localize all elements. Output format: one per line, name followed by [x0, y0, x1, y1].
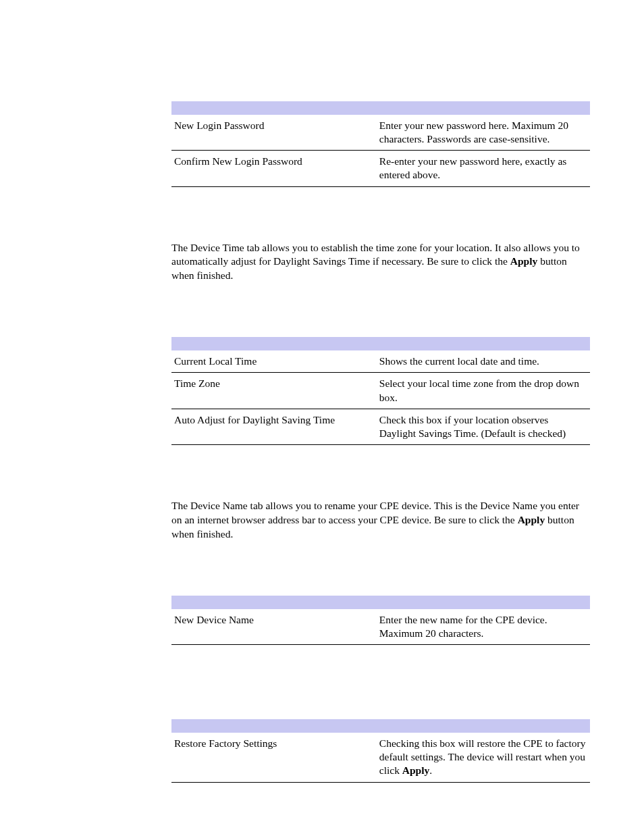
table-row: Auto Adjust for Daylight Saving Time Che…	[171, 409, 590, 444]
field-description: Enter your new password here. Maximum 20…	[377, 115, 590, 151]
field-label: Confirm New Login Password	[171, 151, 377, 186]
field-label: Auto Adjust for Daylight Saving Time	[171, 409, 377, 444]
field-label: New Device Name	[171, 609, 377, 645]
apply-bold: Apply	[402, 764, 430, 776]
field-description: Select your local time zone from the dro…	[377, 373, 590, 409]
restore-factory-table: Restore Factory Settings Checking this b…	[171, 719, 590, 782]
password-table: New Login Password Enter your new passwo…	[171, 101, 590, 187]
table-header-band	[171, 719, 590, 733]
field-label: Current Local Time	[171, 350, 377, 373]
device-time-paragraph: The Device Time tab allows you to establ…	[171, 241, 590, 284]
field-description: Enter the new name for the CPE device. M…	[377, 609, 590, 645]
field-label: Restore Factory Settings	[171, 733, 377, 782]
device-name-paragraph: The Device Name tab allows you to rename…	[171, 499, 590, 542]
device-time-table: Current Local Time Shows the current loc…	[171, 337, 590, 445]
field-description: Re-enter your new password here, exactly…	[377, 151, 590, 186]
field-description: Checking this box will restore the CPE t…	[377, 733, 590, 782]
apply-bold: Apply	[510, 255, 538, 267]
device-name-table: New Device Name Enter the new name for t…	[171, 596, 590, 645]
field-description: Check this box if your location observes…	[377, 409, 590, 444]
document-page: New Login Password Enter your new passwo…	[0, 0, 644, 834]
table-row: Restore Factory Settings Checking this b…	[171, 733, 590, 782]
table-row: Time Zone Select your local time zone fr…	[171, 373, 590, 409]
table-header-band	[171, 337, 590, 350]
table-row: Current Local Time Shows the current loc…	[171, 350, 590, 373]
description-text: .	[429, 764, 432, 776]
field-label: Time Zone	[171, 373, 377, 409]
table-row: New Login Password Enter your new passwo…	[171, 115, 590, 151]
apply-bold: Apply	[518, 514, 545, 525]
table-header-band	[171, 596, 590, 609]
field-description: Shows the current local date and time.	[377, 350, 590, 373]
field-label: New Login Password	[171, 115, 377, 151]
table-row: Confirm New Login Password Re-enter your…	[171, 151, 590, 186]
table-header-band	[171, 101, 590, 115]
table-row: New Device Name Enter the new name for t…	[171, 609, 590, 645]
